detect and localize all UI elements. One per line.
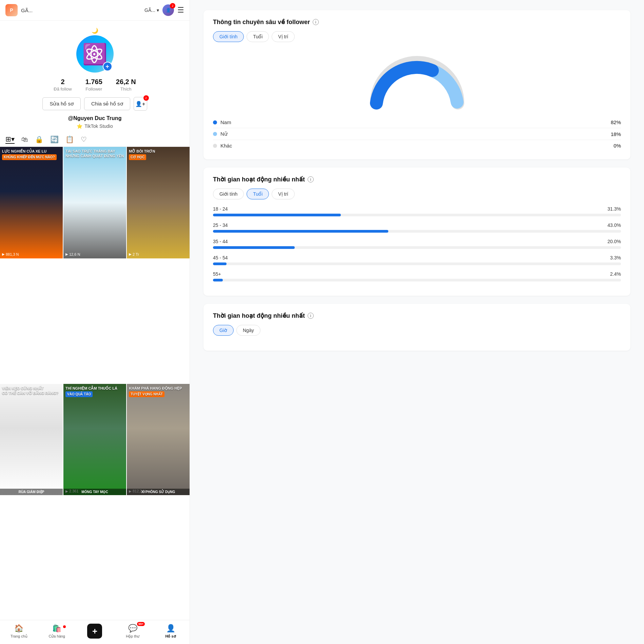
add-photo-button[interactable]: + bbox=[103, 62, 112, 71]
activity-tab-hour[interactable]: Giờ bbox=[213, 325, 234, 336]
username: @Nguyen Duc Trung bbox=[68, 115, 122, 121]
plus-icon: + bbox=[92, 626, 97, 637]
tab-locked[interactable]: 🔒 bbox=[35, 135, 43, 143]
video-title-4: VIÊN KẸO CỨNG NHẤT CÓ THỂ CĂN VỠ BẰNG RĂ… bbox=[0, 384, 63, 397]
content-tabs: ⊞▾ 🛍 🔒 🔄 📋 ♡ bbox=[0, 132, 190, 147]
legend-male: Nam 82% bbox=[213, 117, 621, 128]
video-views-1: ▶ 881,3 N bbox=[2, 252, 19, 256]
bar-fill-18-24 bbox=[213, 214, 341, 216]
activity-tabs-2: Giờ Ngày bbox=[213, 325, 621, 336]
bar-fill-45-54 bbox=[213, 262, 227, 265]
activity-tabs-1: Giới tính Tuổi Vị trí bbox=[213, 189, 621, 199]
nav-add[interactable]: + bbox=[84, 624, 105, 639]
legend-female: Nữ 18% bbox=[213, 128, 621, 140]
activity-tab-day[interactable]: Ngày bbox=[236, 325, 260, 336]
tab-location[interactable]: Vị trí bbox=[272, 31, 295, 42]
age-bar-55plus: 55+ 2.4% bbox=[213, 271, 621, 281]
info-icon[interactable]: i bbox=[313, 19, 319, 25]
nav-inbox-label: Hộp thư bbox=[126, 634, 139, 639]
nav-inbox[interactable]: 💬 99+ Hộp thư bbox=[122, 624, 143, 639]
info-icon-3[interactable]: i bbox=[308, 313, 314, 319]
edit-profile-button[interactable]: Sửa hồ sơ bbox=[42, 97, 81, 110]
follower-tabs: Giới tính Tuổi Vị trí bbox=[213, 31, 621, 42]
video-cell-6[interactable]: KHÁM PHÁ HANG ĐỘNG HẸP TUYỆT VỌNG NHẤT ▶… bbox=[127, 384, 190, 495]
bar-fill-25-34 bbox=[213, 230, 388, 233]
play-icon-3: ▶ bbox=[129, 252, 132, 256]
video-title-3: MỠ BÔI TRƠN CƠ HỌC bbox=[127, 147, 190, 161]
nav-profile-label: Hồ sơ bbox=[165, 634, 176, 639]
following-count: 2 bbox=[54, 78, 72, 86]
follower-info-card: Thông tin chuyên sâu về follower i Giới … bbox=[203, 10, 630, 159]
video-cell-1[interactable]: LỰC NGHIỀN CỦA XE LU KHỦNG KHIẾP ĐẾN MỨC… bbox=[0, 147, 63, 258]
moon-icon: 🌙 bbox=[92, 27, 98, 34]
video-title-1: LỰC NGHIỀN CỦA XE LU KHỦNG KHIẾP ĐẾN MỨC… bbox=[0, 147, 63, 161]
add-friend-icon: 👤+ bbox=[135, 101, 145, 107]
profile-nav-icon: 👤 bbox=[166, 624, 175, 633]
shop-notification-dot bbox=[63, 625, 66, 628]
add-friend-button[interactable]: 👤+ 2 bbox=[134, 97, 147, 111]
top-bar: P GÃ... GÃ... ▾ 👤 2 ☰ bbox=[0, 0, 190, 21]
play-icon-2: ▶ bbox=[65, 252, 68, 256]
bottom-nav: 🏠 Trang chủ 🛍️ Cửa hàng + 💬 99+ Hộp thư … bbox=[0, 620, 190, 644]
menu-button[interactable]: ☰ bbox=[177, 6, 184, 15]
video-label-6: XI PHÔNG SỬ DỤNG bbox=[127, 489, 190, 495]
followers-label: Follower bbox=[85, 86, 102, 92]
info-icon-2[interactable]: i bbox=[308, 176, 314, 182]
nav-shop[interactable]: 🛍️ Cửa hàng bbox=[47, 624, 67, 639]
stat-following[interactable]: 2 Đã follow bbox=[54, 78, 72, 92]
activity-tab-location[interactable]: Vị trí bbox=[272, 189, 295, 199]
activity-title-2: Thời gian hoạt động nhiều nhất i bbox=[213, 312, 621, 319]
stats-row: 2 Đã follow 1.765 Follower 26,2 N Thích bbox=[54, 78, 136, 92]
add-content-button[interactable]: + bbox=[87, 624, 102, 639]
stat-followers[interactable]: 1.765 Follower bbox=[85, 78, 102, 92]
tab-videos[interactable]: ⊞▾ bbox=[5, 135, 15, 144]
followers-count: 1.765 bbox=[85, 78, 102, 86]
avatar[interactable]: 👤 2 bbox=[162, 4, 174, 16]
nav-profile[interactable]: 👤 Hồ sơ bbox=[160, 624, 181, 639]
tab-shop[interactable]: 🛍 bbox=[21, 136, 28, 143]
tab-age[interactable]: Tuổi bbox=[247, 31, 269, 42]
video-grid: LỰC NGHIỀN CỦA XE LU KHỦNG KHIẾP ĐẾN MỨC… bbox=[0, 147, 190, 620]
nav-home[interactable]: 🏠 Trang chủ bbox=[9, 624, 29, 639]
video-views-2: ▶ 12,6 N bbox=[65, 252, 80, 256]
friend-request-badge: 2 bbox=[143, 95, 149, 101]
age-bar-45-54: 45 - 54 3.3% bbox=[213, 255, 621, 265]
legend-other: Khác 0% bbox=[213, 140, 621, 151]
stat-likes[interactable]: 26,2 N Thích bbox=[116, 78, 136, 92]
likes-label: Thích bbox=[116, 86, 136, 92]
activity-tab-age[interactable]: Tuổi bbox=[247, 189, 269, 199]
video-label-4: RÙA GIÁM ĐIỆP bbox=[0, 489, 63, 495]
activity-tab-gender[interactable]: Giới tính bbox=[213, 189, 244, 199]
video-cell-2[interactable]: TẠI SAO TRỰC THĂNG BAY NHƯNG CÁNH QUẠT Đ… bbox=[63, 147, 126, 258]
account-dropdown[interactable]: GÃ... ▾ bbox=[144, 7, 159, 13]
video-label-5: MÓNG TAY MỌC bbox=[63, 489, 126, 495]
chevron-down-icon: ▾ bbox=[157, 7, 159, 13]
star-icon: ⭐ bbox=[77, 123, 82, 129]
tab-heart[interactable]: ♡ bbox=[81, 135, 87, 143]
tab-gender[interactable]: Giới tính bbox=[213, 31, 244, 42]
other-dot bbox=[213, 144, 217, 148]
activity-title-1: Thời gian hoạt động nhiều nhất i bbox=[213, 176, 621, 183]
video-cell-3[interactable]: MỠ BÔI TRƠN CƠ HỌC ▶ 2 Tr bbox=[127, 147, 190, 258]
follower-info-title: Thông tin chuyên sâu về follower i bbox=[213, 18, 621, 26]
age-bar-18-24: 18 - 24 31.3% bbox=[213, 206, 621, 216]
tab-bookmark[interactable]: 📋 bbox=[65, 135, 74, 143]
action-buttons: Sửa hồ sơ Chia sẻ hồ sơ 👤+ 2 bbox=[42, 97, 147, 111]
age-bar-35-44: 35 - 44 20.0% bbox=[213, 239, 621, 249]
left-panel: P GÃ... GÃ... ▾ 👤 2 ☰ 🌙 ⚛️ + 2 Đã follow bbox=[0, 0, 190, 644]
home-icon: 🏠 bbox=[14, 624, 23, 633]
play-icon: ▶ bbox=[2, 252, 5, 256]
age-bar-25-34: 25 - 34 43.0% bbox=[213, 222, 621, 233]
shop-icon: 🛍️ bbox=[52, 624, 61, 633]
video-cell-5[interactable]: THÍ NGHIỆM CẮM THUỐC LÁ VÀO QUẢ TÁO ▶ 2.… bbox=[63, 384, 126, 495]
male-dot bbox=[213, 120, 217, 124]
activity-card-1: Thời gian hoạt động nhiều nhất i Giới tí… bbox=[203, 168, 630, 296]
avatar-container: ⚛️ + bbox=[76, 35, 114, 73]
female-dot bbox=[213, 132, 217, 136]
tiktok-studio-link[interactable]: ⭐ TikTok Studio bbox=[77, 123, 113, 129]
tiktok-studio-label: TikTok Studio bbox=[84, 123, 113, 129]
share-profile-button[interactable]: Chia sẻ hồ sơ bbox=[84, 97, 130, 110]
video-cell-4[interactable]: VIÊN KẸO CỨNG NHẤT CÓ THỂ CĂN VỠ BẰNG RĂ… bbox=[0, 384, 63, 495]
tab-repost[interactable]: 🔄 bbox=[50, 135, 59, 143]
app-logo: P bbox=[5, 4, 18, 16]
